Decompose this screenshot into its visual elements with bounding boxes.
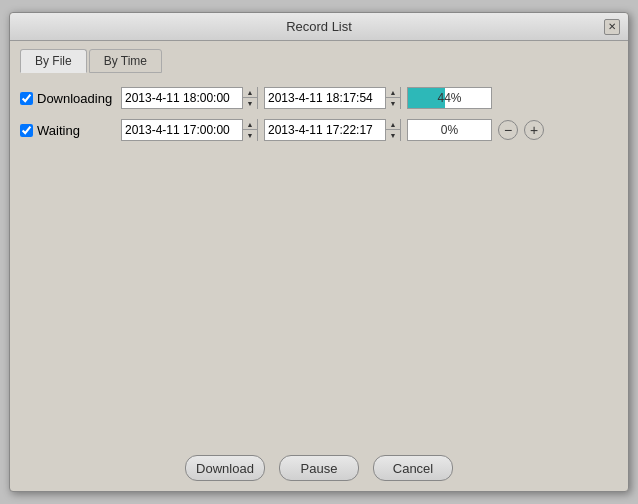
tabs: By File By Time: [20, 49, 618, 73]
tab-by-time[interactable]: By Time: [89, 49, 162, 73]
downloading-start-down[interactable]: ▼: [243, 98, 257, 109]
waiting-start-down[interactable]: ▼: [243, 130, 257, 141]
dialog-body: By File By Time Downloading ▲ ▼: [10, 41, 628, 445]
downloading-end-input[interactable]: ▲ ▼: [264, 87, 401, 109]
waiting-label[interactable]: Waiting: [20, 123, 115, 138]
downloading-start-input[interactable]: ▲ ▼: [121, 87, 258, 109]
row-downloading: Downloading ▲ ▼ ▲ ▼: [20, 87, 618, 109]
downloading-start-up[interactable]: ▲: [243, 87, 257, 98]
waiting-plus-button[interactable]: +: [524, 120, 544, 140]
downloading-progress-bar: 44%: [407, 87, 492, 109]
waiting-progress-text: 0%: [408, 123, 491, 137]
downloading-label[interactable]: Downloading: [20, 91, 115, 106]
downloading-progress-text: 44%: [408, 91, 491, 105]
waiting-end-spin: ▲ ▼: [385, 119, 400, 141]
waiting-start-field[interactable]: [122, 123, 242, 137]
cancel-button[interactable]: Cancel: [373, 455, 453, 481]
downloading-text: Downloading: [37, 91, 112, 106]
downloading-start-spin: ▲ ▼: [242, 87, 257, 109]
downloading-checkbox[interactable]: [20, 92, 33, 105]
downloading-start-field[interactable]: [122, 91, 242, 105]
download-button[interactable]: Download: [185, 455, 265, 481]
downloading-end-field[interactable]: [265, 91, 385, 105]
downloading-end-up[interactable]: ▲: [386, 87, 400, 98]
downloading-end-down[interactable]: ▼: [386, 98, 400, 109]
footer: Download Pause Cancel: [10, 445, 628, 491]
waiting-end-input[interactable]: ▲ ▼: [264, 119, 401, 141]
content-area: Downloading ▲ ▼ ▲ ▼: [20, 83, 618, 437]
record-list-dialog: Record List ✕ By File By Time Downloadin…: [9, 12, 629, 492]
waiting-progress-bar: 0%: [407, 119, 492, 141]
downloading-end-spin: ▲ ▼: [385, 87, 400, 109]
waiting-end-field[interactable]: [265, 123, 385, 137]
waiting-end-up[interactable]: ▲: [386, 119, 400, 130]
waiting-minus-button[interactable]: −: [498, 120, 518, 140]
waiting-checkbox[interactable]: [20, 124, 33, 137]
dialog-title: Record List: [34, 19, 604, 34]
tab-by-file[interactable]: By File: [20, 49, 87, 73]
waiting-start-up[interactable]: ▲: [243, 119, 257, 130]
waiting-text: Waiting: [37, 123, 80, 138]
pause-button[interactable]: Pause: [279, 455, 359, 481]
waiting-end-down[interactable]: ▼: [386, 130, 400, 141]
row-waiting: Waiting ▲ ▼ ▲ ▼: [20, 119, 618, 141]
waiting-start-input[interactable]: ▲ ▼: [121, 119, 258, 141]
close-button[interactable]: ✕: [604, 19, 620, 35]
waiting-start-spin: ▲ ▼: [242, 119, 257, 141]
title-bar: Record List ✕: [10, 13, 628, 41]
